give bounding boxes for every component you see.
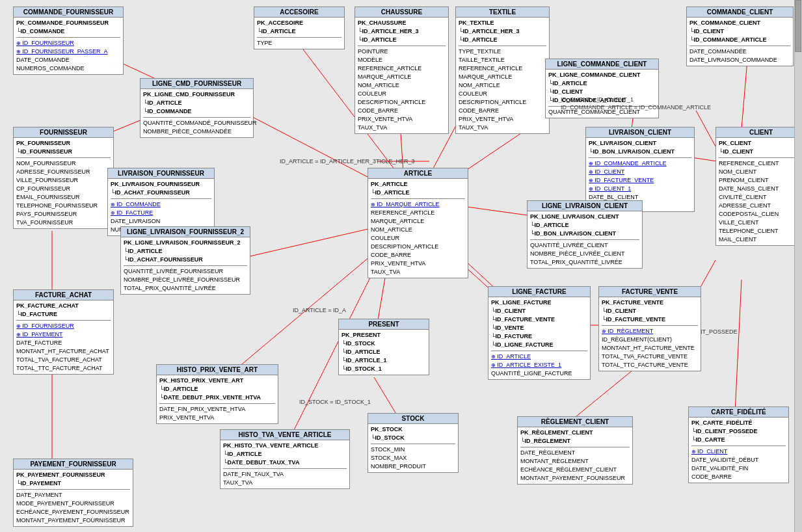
attr-field: DATE_COMMANDE [16, 56, 120, 64]
fk-field: ID_MARQUE_ARTICLE [371, 200, 465, 209]
entity-title: CLIENT [716, 127, 802, 138]
fk-field: ID_CLIENT [589, 168, 691, 176]
attr-field: VILLE_FOURNISSEUR [16, 176, 111, 185]
attr-field: PRIX_VENTE_HTVA [358, 115, 446, 124]
fk-field: ID_CLIENT_1 [589, 185, 691, 193]
pk-field: └ID_ARTICLE [341, 348, 426, 356]
pk-field: PK_HISTO_TVA_VENTE_ARTICLE [223, 442, 347, 450]
attr-field: VILLE_CLIENT [719, 219, 802, 227]
pk-field: └ID_ARTICLE [371, 189, 465, 197]
pk-field: └ID_CLIENT [602, 307, 698, 315]
pk-field: └DATE_DEBUT_PRIX_VENTE_HTVA [159, 393, 275, 402]
attr-field: DATE_VALIDITÉ_FIN [691, 464, 786, 473]
attr-field: NOMBRE_PIÈCE_LIVRÉE_CLIENT [530, 250, 639, 258]
attr-field: MARQUE_ARTICLE [371, 217, 465, 226]
pk-field: └ID_FOURNISSEUR [16, 148, 111, 156]
pk-field: └ID_VENTE [491, 324, 587, 332]
attr-field: MONTANT_HT_FACTURE_ACHAT [16, 347, 111, 356]
entity-title: ARTICLE [368, 168, 468, 179]
pk-field: PK_PAYEMENT_FOURNISSEUR [16, 471, 130, 479]
scrollbar-thumb[interactable] [795, 0, 801, 52]
pk-field: └ID_ARTICLE_HER_3 [459, 27, 546, 36]
pk-field: └ID_CLIENT [689, 27, 790, 36]
pk-field: PK_FACTURE_VENTE [602, 299, 698, 307]
pk-field: └ID_ACHAT_FOURNISSEUR [124, 256, 247, 264]
svg-line-6 [247, 228, 374, 257]
pk-field: └ID_COMMANDE [16, 27, 120, 36]
entity-reglement-client: RÈGLEMENT_CLIENT PK_RÈGLEMENT_CLIENT └ID… [517, 416, 633, 485]
attr-field: TAUX_TVA [371, 268, 465, 276]
pk-field: └ID_CLIENT [548, 88, 656, 96]
entity-title: RÈGLEMENT_CLIENT [518, 417, 632, 427]
entity-payement-fournisseur: PAYEMENT_FOURNISSEUR PK_PAYEMENT_FOURNIS… [13, 459, 133, 527]
entity-body: PK_FACTURE_VENTE └ID_CLIENT └ID_FACTURE_… [599, 297, 701, 371]
pk-field: └ID_CLIENT [719, 148, 802, 156]
attr-field: QUANTITÉ_LIVRÉE_CLIENT [530, 241, 639, 250]
entity-ligne-livraison-fournisseur-2: LIGNE_LIVRAISON_FOURNISSEUR_2 PK_LIGNE_L… [120, 226, 250, 295]
pk-field: └ID_ARTICLE [548, 79, 656, 88]
attr-field: ADRESSE_CLIENT [719, 202, 802, 210]
pk-field: └ID_ARTICLE [124, 247, 247, 256]
attr-field: NOMBRE_PRODUIT [371, 462, 455, 471]
pk-field: └ID_FACTURE_VENTE [491, 315, 587, 324]
pk-field: └ID_LIGNE_FACTURE [491, 341, 587, 349]
attr-field: DATE_FIN_TAUX_TVA [223, 470, 347, 479]
pk-field: └ID_ARTICLE [223, 450, 347, 459]
entity-body: PK_LIGNE_LIVRAISON_FOURNISSEUR_2 └ID_ART… [121, 237, 250, 294]
entity-body: PK_TEXTILE └ID_ARTICLE_HER_3 └ID_ARTICLE… [456, 18, 549, 133]
attr-field: CODE_BARRE [459, 107, 546, 115]
attr-field: NOM_ARTICLE [371, 226, 465, 234]
pk-field: └ID_ACHAT_FOURNISSEUR [111, 189, 211, 197]
attr-field: CIVILITÉ_CLIENT [719, 193, 802, 202]
entity-ligne-cmd-fournisseur: LIGNE_CMD_FOURNISSEUR PK_LIGNE_CMD_FOURN… [140, 78, 254, 138]
attr-field: TYPE [257, 39, 341, 47]
pk-field: PK_LIGNE_LIVRAISON_FOURNISSEUR_2 [124, 239, 247, 247]
fk-field: ID_FACTURE_VENTE [589, 176, 691, 185]
entity-textile: TEXTILE PK_TEXTILE └ID_ARTICLE_HER_3 └ID… [455, 7, 550, 134]
pk-field: PK_ACCESOIRE [257, 19, 341, 27]
entity-fournisseur: FOURNISSEUR PK_FOURNISSEUR └ID_FOURNISSE… [13, 127, 114, 229]
fk-field: ID_FACTURE [111, 209, 211, 217]
entity-body: PK_LIGNE_FACTURE └ID_CLIENT └ID_FACTURE_… [488, 297, 590, 379]
fk-field: ID_PAYEMENT [16, 330, 111, 339]
fk-field: ID_COMMANDE [111, 200, 211, 209]
pk-field: └ID_ARTICLE [459, 36, 546, 44]
pk-field: └ID_STOCK [371, 434, 455, 442]
attr-field: TOTAL_TTC_FACTURE_ACHAT [16, 364, 111, 373]
pk-field: └ID_PAYEMENT [16, 479, 130, 488]
pk-field: └ID_ARTICLE [530, 221, 639, 230]
attr-field: ECHÉANCE_PAYEMENT_FOURNISSEUR [16, 508, 130, 516]
attr-field: CODE_BARRE [691, 473, 786, 481]
entity-body: PK_FACTURE_ACHAT └ID_FACTURE ID_FOURNISS… [14, 300, 113, 374]
attr-field: PRIX_VENTE_HTVA [371, 259, 465, 268]
attr-field: DATE_RÈGLEMENT [520, 449, 630, 457]
svg-line-20 [374, 377, 397, 415]
attr-field: QUANTITÉ_LIGNE_FACTURE [491, 369, 587, 378]
attr-field: TAUX_TVA [358, 124, 446, 132]
entity-commande-fournisseur: COMMANDE_FOURNISSEUR PK_COMMANDE_FOURNIS… [13, 7, 124, 75]
pk-field: └ID_BON_LIVRAISON_CLIENT [530, 230, 639, 238]
entity-title: HISTO_TVA_VENTE_ARTICLE [221, 430, 349, 440]
attr-field: DESCRIPTION_ARTICLE [371, 243, 465, 251]
entity-ligne-livraison-client: LIGNE_LIVRAISON_CLIENT PK_LIGNE_LIVRAISO… [527, 200, 643, 269]
entity-body: PK_COMMANDE_CLIENT └ID_CLIENT └ID_COMMAN… [687, 18, 793, 66]
entity-body: PK_CHAUSSURE └ID_ARTICLE_HER_3 └ID_ARTIC… [355, 18, 448, 133]
attr-field: REFERENCE_ARTICLE [459, 64, 546, 73]
attr-field: REFERENCE_CLIENT [719, 159, 802, 168]
pk-field: └ID_COMMANDE [143, 107, 250, 116]
pk-field: PK_HISTO_PRIX_VENTE_ART [159, 377, 275, 385]
entity-title: FACTURE_ACHAT [14, 290, 113, 300]
fk-field: ID_FOURNISSEUR_PASSER_A [16, 47, 120, 56]
attr-field: MONTANT_RÈGLEMENT [520, 457, 630, 466]
attr-field: DATE_COMMANDÉE [689, 47, 790, 56]
attr-field: MONTANT_PAYEMENT_FOURNISSEUR [16, 516, 130, 525]
scrollbar[interactable] [794, 0, 802, 532]
attr-field: COULEUR [371, 234, 465, 243]
entity-title: LIVRAISON_CLIENT [586, 127, 694, 138]
relationship-label: ID_STOCK = ID_STOCK_1 [299, 399, 371, 405]
fk-field: ID_COMMANDE_ARTICLE [589, 159, 691, 168]
entity-title: LIGNE_FACTURE [488, 287, 590, 297]
attr-field: REFERENCE_ARTICLE [358, 64, 446, 73]
pk-field: └ID_ARTICLE [143, 99, 250, 107]
attr-field: TOTAL_TVA_FACTURE_ACHAT [16, 356, 111, 364]
